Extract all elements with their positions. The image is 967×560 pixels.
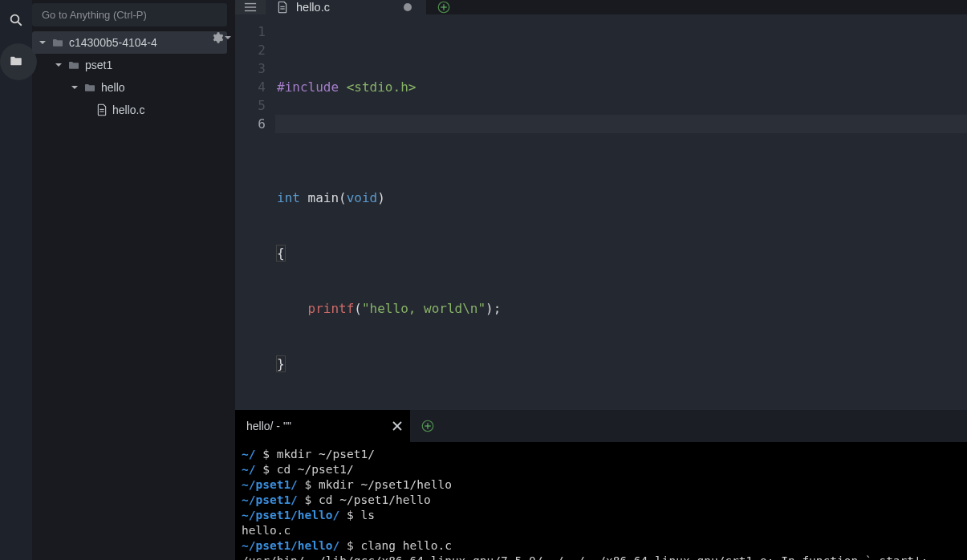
folder-icon	[67, 59, 80, 71]
token: (	[354, 301, 362, 316]
line-gutter: 1 2 3 4 5 6	[235, 14, 275, 410]
line-number: 2	[235, 41, 266, 59]
hamburger-button[interactable]	[235, 0, 266, 14]
chevron-down-icon	[37, 37, 48, 48]
new-tab-button[interactable]	[426, 0, 461, 14]
plus-circle-icon	[421, 419, 435, 433]
folder-icon	[51, 37, 64, 48]
token: "	[477, 301, 486, 316]
dirty-indicator-icon	[404, 3, 412, 11]
terminal-line: ~/pset1/hello/ $ ls	[242, 508, 961, 523]
tree-root-folder[interactable]: c14300b5-4104-4	[32, 31, 227, 54]
token: }	[277, 356, 285, 371]
file-tree: c14300b5-4104-4 pset1 hello hello.c	[32, 31, 235, 121]
editor-tab-hello-c[interactable]: hello.c	[266, 0, 426, 14]
token: \n	[462, 301, 477, 316]
token: )	[377, 190, 385, 205]
token: );	[486, 301, 501, 316]
terminal-line: ~/pset1/ $ cd ~/pset1/hello	[242, 493, 961, 508]
code-area[interactable]: #include <stdio.h> int main(void) { prin…	[275, 14, 967, 410]
terminal-line: ~/ $ mkdir ~/pset1/	[242, 447, 961, 462]
terminal-tabbar: hello/ - ""	[235, 410, 967, 442]
file-label: hello.c	[112, 103, 144, 116]
terminal-line: ~/pset1/ $ mkdir ~/pset1/hello	[242, 477, 961, 493]
folder-label: c14300b5-4104-4	[69, 36, 157, 49]
folder-label: pset1	[85, 59, 112, 71]
token: "hello, world	[362, 301, 462, 316]
new-terminal-button[interactable]	[410, 410, 445, 442]
svg-line-1	[18, 22, 22, 26]
line-number: 4	[235, 78, 266, 96]
token: #include	[277, 79, 347, 95]
activity-bar	[0, 0, 32, 560]
close-icon	[392, 421, 402, 431]
terminal-line: ~/pset1/hello/ $ clang hello.c	[242, 538, 961, 554]
folder-icon	[83, 82, 96, 93]
search-row: Go to Anything (Ctrl-P)	[32, 0, 235, 31]
svg-point-0	[11, 15, 19, 23]
hamburger-icon	[244, 2, 257, 13]
caret-down-icon	[224, 34, 232, 42]
terminal-line: /usr/bin/../lib/gcc/x86_64-linux-gnu/7.5…	[242, 554, 961, 560]
folder-icon	[9, 54, 23, 68]
token	[277, 301, 308, 316]
terminal-tab-label: hello/ - ""	[246, 420, 291, 432]
terminal-tab[interactable]: hello/ - ""	[235, 410, 410, 442]
goto-anything-input[interactable]: Go to Anything (Ctrl-P)	[32, 3, 227, 26]
token: main(	[300, 190, 347, 205]
search-icon	[9, 13, 23, 27]
token: int	[277, 190, 300, 205]
line-number: 5	[235, 96, 266, 115]
token: <stdio.h>	[347, 79, 416, 95]
terminal-line: hello.c	[242, 523, 961, 538]
tree-folder-pset1[interactable]: pset1	[32, 54, 227, 76]
line-number: 6	[235, 115, 266, 133]
app-root: Go to Anything (Ctrl-P) c14300b5-4104-4 …	[0, 0, 967, 560]
tab-label: hello.c	[296, 1, 330, 14]
token: printf	[308, 301, 355, 316]
close-tab-button[interactable]	[389, 418, 405, 434]
editor-tabbar: hello.c	[235, 0, 967, 14]
line-number: 3	[235, 59, 266, 78]
current-line-highlight	[275, 115, 967, 133]
sidebar: Go to Anything (Ctrl-P) c14300b5-4104-4 …	[32, 0, 235, 560]
terminal-pane: hello/ - "" ~/ $ mkdir ~/pset1/~/ $ cd ~…	[235, 410, 967, 560]
file-icon	[277, 1, 288, 14]
chevron-down-icon	[53, 59, 64, 71]
file-icon	[96, 103, 108, 116]
terminal-line: ~/ $ cd ~/pset1/	[242, 462, 961, 477]
line-number: 1	[235, 22, 266, 41]
token: void	[347, 190, 378, 205]
chevron-down-icon	[69, 82, 80, 93]
main-area: hello.c 1 2 3 4 5 6 #include <stdio.h> i…	[235, 0, 967, 560]
tree-file-hello-c[interactable]: hello.c	[32, 99, 227, 121]
code-editor[interactable]: 1 2 3 4 5 6 #include <stdio.h> int main(…	[235, 14, 967, 410]
search-rail-button[interactable]	[2, 6, 30, 34]
files-rail-button[interactable]	[0, 45, 32, 77]
tree-folder-hello[interactable]: hello	[32, 76, 227, 99]
tree-settings[interactable]	[211, 31, 232, 44]
gear-icon	[211, 31, 224, 44]
plus-circle-icon	[437, 0, 451, 14]
terminal-output[interactable]: ~/ $ mkdir ~/pset1/~/ $ cd ~/pset1/~/pse…	[235, 442, 967, 560]
token: {	[277, 246, 285, 261]
folder-label: hello	[101, 81, 125, 94]
